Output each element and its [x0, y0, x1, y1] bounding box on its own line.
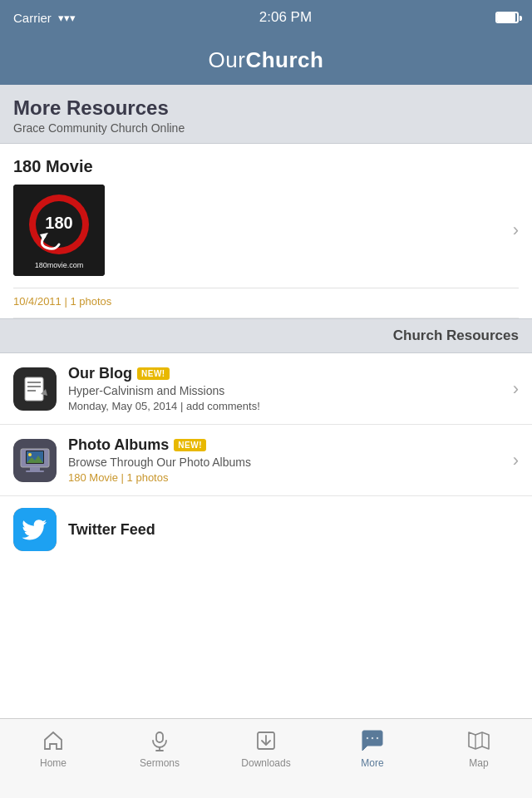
svg-rect-16 [26, 470, 44, 472]
home-icon [40, 727, 66, 754]
movie-section: 180 Movie 180 180movie.com [0, 144, 532, 318]
status-bar: Carrier ▾▾▾ 2:06 PM [0, 0, 532, 35]
tab-home[interactable]: Home [0, 727, 106, 769]
twitter-content: Twitter Feed [68, 521, 519, 539]
status-right [495, 12, 519, 23]
svg-point-19 [28, 453, 32, 456]
section-title: More Resources [13, 96, 519, 120]
movie-thumbnail: 180 180movie.com [13, 185, 105, 276]
sermons-icon [146, 727, 173, 754]
photos-title: Photo Albums NEW! [68, 436, 513, 454]
svg-rect-7 [25, 377, 43, 401]
tab-map[interactable]: Map [426, 727, 532, 769]
tab-home-label: Home [40, 757, 66, 769]
svg-text:180movie.com: 180movie.com [35, 261, 84, 269]
time-label: 2:06 PM [259, 9, 312, 26]
svg-rect-10 [27, 390, 36, 392]
title-bold: Church [245, 47, 323, 72]
movie-meta: 10/4/2011 | 1 photos [13, 295, 519, 318]
svg-rect-8 [27, 382, 41, 383]
tab-downloads-label: Downloads [241, 757, 290, 769]
blog-title: Our Blog NEW! [68, 365, 513, 382]
blog-chevron: › [513, 378, 519, 400]
blog-content: Our Blog NEW! Hyper-Calvinism and Missio… [68, 365, 513, 412]
section-header: More Resources Grace Community Church On… [0, 85, 532, 144]
photos-content: Photo Albums NEW! Browse Through Our Pho… [68, 436, 513, 484]
svg-rect-9 [27, 386, 41, 387]
movie-row[interactable]: 180 180movie.com › [13, 185, 519, 288]
downloads-icon [253, 727, 279, 754]
tab-map-label: Map [469, 757, 488, 769]
photos-chevron: › [513, 450, 519, 471]
photos-meta: 180 Movie | 1 photos [68, 471, 513, 484]
tab-downloads[interactable]: Downloads [213, 727, 319, 769]
title-light: Our [209, 47, 246, 72]
section-subtitle: Grace Community Church Online [13, 121, 519, 135]
list-item-twitter[interactable]: Twitter Feed [0, 496, 532, 563]
nav-bar: OurChurch [0, 35, 532, 85]
blog-meta: Monday, May 05, 2014 | add comments! [68, 400, 513, 412]
battery-icon [495, 12, 519, 23]
svg-marker-29 [469, 732, 489, 749]
resources-label: Church Resources [393, 328, 519, 343]
photos-subtitle: Browse Through Our Photo Albums [68, 456, 513, 469]
photos-icon [13, 439, 57, 482]
resources-header: Church Resources [0, 318, 532, 353]
carrier-label: Carrier [13, 11, 52, 25]
blog-subtitle: Hyper-Calvinism and Missions [68, 384, 513, 397]
twitter-title: Twitter Feed [68, 521, 519, 539]
main-content: 180 Movie 180 180movie.com [0, 144, 532, 563]
list-item-blog[interactable]: Our Blog NEW! Hyper-Calvinism and Missio… [0, 353, 532, 425]
tab-bar: Home Sermons Downloads [0, 718, 532, 798]
svg-rect-15 [30, 467, 40, 470]
photos-new-badge: NEW! [174, 439, 206, 451]
svg-point-28 [377, 737, 379, 740]
tab-more[interactable]: More [319, 727, 426, 769]
svg-point-26 [367, 737, 369, 740]
blog-icon [13, 367, 57, 411]
movie-chevron: › [513, 219, 519, 241]
more-icon [359, 727, 386, 754]
app-title: OurChurch [209, 47, 324, 73]
tab-more-label: More [361, 757, 383, 769]
blog-new-badge: NEW! [137, 367, 170, 380]
tab-sermons-label: Sermons [140, 757, 180, 769]
tab-sermons[interactable]: Sermons [106, 727, 213, 769]
svg-rect-21 [156, 732, 163, 742]
list-item-photos[interactable]: Photo Albums NEW! Browse Through Our Pho… [0, 425, 532, 496]
twitter-icon [13, 508, 57, 551]
svg-point-27 [372, 737, 374, 740]
map-icon [466, 727, 492, 754]
svg-text:180: 180 [45, 214, 72, 232]
status-left: Carrier ▾▾▾ [13, 11, 76, 25]
wifi-icon: ▾▾▾ [58, 12, 76, 24]
movie-title: 180 Movie [13, 157, 519, 176]
